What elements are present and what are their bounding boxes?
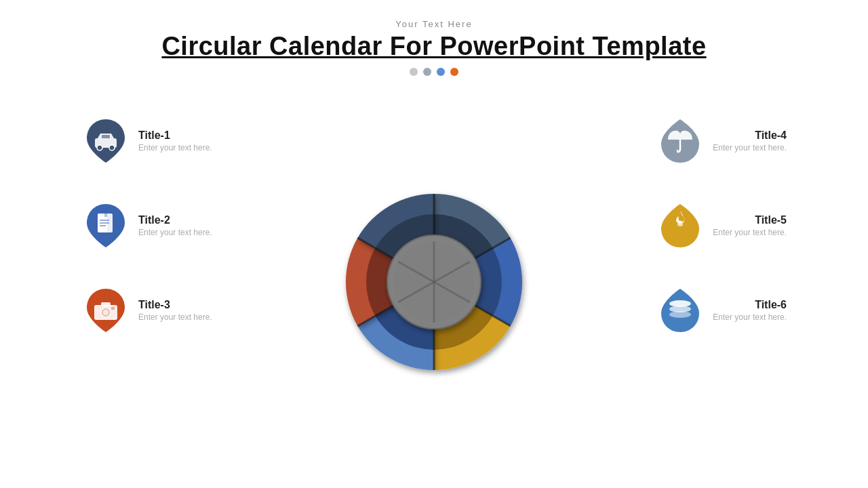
label-text-title4: Title-4 Enter your text here.: [713, 129, 787, 152]
label-group-title1: Title-1 Enter your text here.: [81, 117, 212, 165]
dot-2[interactable]: [423, 68, 431, 76]
label-title-2: Title-2: [138, 214, 212, 226]
page: Your Text Here Circular Calendar For Pow…: [0, 0, 868, 488]
svg-point-19: [669, 311, 691, 318]
label-title-3: Title-3: [138, 299, 212, 311]
label-desc-2: Enter your text here.: [138, 228, 212, 237]
label-text-title1: Title-1 Enter your text here.: [138, 129, 212, 152]
label-desc-5: Enter your text here.: [713, 228, 787, 237]
dot-1[interactable]: [410, 68, 418, 76]
svg-point-14: [103, 310, 108, 315]
svg-point-3: [109, 145, 115, 150]
main-title: Circular Calendar For PowerPoint Templat…: [161, 32, 706, 61]
label-text-title2: Title-2 Enter your text here.: [138, 214, 212, 237]
dot-3[interactable]: [437, 68, 445, 76]
svg-point-2: [97, 145, 102, 150]
label-title-5: Title-5: [713, 214, 787, 226]
icon-title6: [656, 286, 705, 335]
icon-title1: [81, 117, 130, 165]
label-text-title6: Title-6 Enter your text here.: [713, 299, 787, 322]
svg-rect-4: [102, 135, 110, 138]
label-text-title5: Title-5 Enter your text here.: [713, 214, 787, 237]
content-area: Title-1 Enter your text here.: [0, 76, 868, 488]
label-group-title4: Title-4 Enter your text here.: [656, 117, 787, 165]
label-desc-4: Enter your text here.: [713, 143, 787, 152]
icon-title2: [81, 201, 130, 250]
label-desc-6: Enter your text here.: [713, 312, 787, 322]
label-group-title6: Title-6 Enter your text here.: [656, 286, 787, 335]
pagination-dots: [410, 68, 458, 76]
label-title-1: Title-1: [138, 129, 212, 142]
icon-title3: [81, 286, 130, 335]
svg-rect-15: [111, 307, 115, 310]
label-title-4: Title-4: [713, 129, 787, 142]
subtitle: Your Text Here: [395, 19, 472, 29]
icon-title5: [656, 201, 705, 250]
label-group-title3: Title-3 Enter your text here.: [81, 286, 212, 335]
dot-4[interactable]: [450, 68, 458, 76]
label-group-title5: Title-5 Enter your text here.: [656, 201, 787, 250]
label-desc-1: Enter your text here.: [138, 143, 212, 152]
label-title-6: Title-6: [713, 299, 787, 311]
label-text-title3: Title-3 Enter your text here.: [138, 299, 212, 322]
label-desc-3: Enter your text here.: [138, 312, 212, 322]
icon-title4: [656, 117, 705, 165]
svg-marker-7: [104, 214, 107, 217]
label-group-title2: Title-2 Enter your text here.: [81, 201, 212, 250]
circular-diagram: [312, 160, 556, 404]
svg-rect-12: [101, 302, 111, 306]
